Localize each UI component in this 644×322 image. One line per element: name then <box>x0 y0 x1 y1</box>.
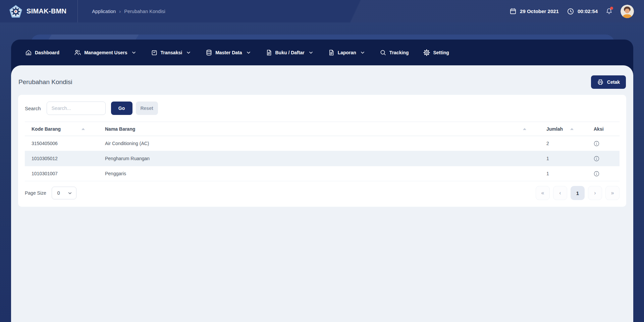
nav-label: Master Data <box>215 50 242 55</box>
column-label: Jumlah <box>546 126 563 132</box>
chevron-down-icon <box>68 191 72 195</box>
nav-item-setting[interactable]: Setting <box>423 48 449 58</box>
search-row: Search Go Reset <box>25 102 620 115</box>
cell-aksi <box>587 166 620 181</box>
table-row: 1010301007 Penggaris 1 <box>25 166 620 181</box>
page-size-value: 0 <box>57 190 60 196</box>
nav-item-transaksi[interactable]: Transaksi <box>151 48 191 58</box>
reset-button[interactable]: Reset <box>136 102 158 115</box>
go-button[interactable]: Go <box>111 102 132 115</box>
home-icon <box>25 49 32 56</box>
breadcrumb-separator-icon: › <box>119 8 121 14</box>
notifications-button[interactable] <box>606 8 612 15</box>
chevron-down-icon <box>309 50 313 55</box>
header-divider <box>77 0 78 22</box>
file-text-icon <box>328 49 335 56</box>
file-text-icon <box>266 49 272 56</box>
database-icon <box>206 49 212 56</box>
data-table: Kode Barang Nama Barang Jumlah Aksi <box>25 122 620 181</box>
page-size-select[interactable]: 0 <box>52 187 76 199</box>
column-label: Kode Barang <box>32 126 61 132</box>
app-title: SIMAK-BMN <box>26 7 66 15</box>
column-header-aksi: Aksi <box>587 122 620 136</box>
cell-aksi <box>587 136 620 151</box>
chevron-down-icon <box>246 50 251 55</box>
breadcrumb: Application › Perubahan Kondisi <box>92 8 165 14</box>
nav-item-dashboard[interactable]: Dashboard <box>25 48 59 58</box>
column-label: Aksi <box>594 126 604 132</box>
cell-jumlah: 1 <box>540 166 587 181</box>
page-size-label: Page Size <box>25 190 46 196</box>
print-button[interactable]: Cetak <box>591 75 626 89</box>
top-header-bar: SIMAK-BMN Application › Perubahan Kondis… <box>0 0 644 22</box>
pagination-prev-button[interactable]: ‹ <box>553 186 567 200</box>
sort-asc-icon[interactable] <box>523 128 526 130</box>
user-avatar[interactable] <box>621 5 634 18</box>
cell-kode-barang: 1010305012 <box>25 151 98 166</box>
gear-icon <box>423 49 430 56</box>
search-input[interactable] <box>47 102 106 115</box>
print-button-label: Cetak <box>607 79 620 85</box>
nav-label: Tracking <box>389 50 409 55</box>
nav-label: Laporan <box>338 50 356 55</box>
header-right-cluster: 29 October 2021 00:02:54 <box>509 5 634 18</box>
info-icon <box>594 156 599 162</box>
nav-item-tracking[interactable]: Tracking <box>380 48 409 58</box>
nav-item-buku-daftar[interactable]: Buku / Daftar <box>266 48 313 58</box>
detail-info-button[interactable] <box>594 141 599 146</box>
nav-item-management-users[interactable]: Management Users <box>74 48 136 58</box>
brand: SIMAK-BMN <box>9 5 66 18</box>
app-logo-icon <box>9 5 22 18</box>
users-icon <box>74 49 81 56</box>
nav-label: Dashboard <box>35 50 59 55</box>
search-icon <box>380 49 386 56</box>
nav-label: Transaksi <box>161 50 182 55</box>
table-row: 1010305012 Pengharum Ruangan 1 <box>25 151 620 166</box>
nav-item-master-data[interactable]: Master Data <box>206 48 251 58</box>
info-icon <box>594 141 599 146</box>
header-clock: 00:02:54 <box>567 8 598 15</box>
page-title: Perubahan Kondisi <box>18 78 72 86</box>
table-panel: Search Go Reset Kode Barang Nama Barang <box>18 95 626 207</box>
bag-check-icon <box>151 49 158 56</box>
cell-nama-barang: Pengharum Ruangan <box>98 151 540 166</box>
nav-label: Buku / Daftar <box>275 50 305 55</box>
cell-kode-barang: 3150405006 <box>25 136 98 151</box>
nav-label: Setting <box>433 50 449 55</box>
header-date-text: 29 October 2021 <box>520 8 559 14</box>
table-footer: Page Size 0 « ‹ 1 › » <box>25 186 620 200</box>
sort-asc-icon[interactable] <box>82 128 85 130</box>
detail-info-button[interactable] <box>594 171 599 177</box>
breadcrumb-current: Perubahan Kondisi <box>124 9 165 14</box>
printer-icon <box>597 79 604 85</box>
column-header-jumlah[interactable]: Jumlah <box>540 122 587 136</box>
column-header-nama-barang[interactable]: Nama Barang <box>98 122 540 136</box>
pagination-next-button[interactable]: › <box>588 186 602 200</box>
column-label: Nama Barang <box>105 126 135 132</box>
page-head: Perubahan Kondisi Cetak <box>11 65 633 89</box>
header-date: 29 October 2021 <box>509 8 559 15</box>
chevron-down-icon <box>131 50 136 55</box>
cell-jumlah: 1 <box>540 151 587 166</box>
column-header-kode-barang[interactable]: Kode Barang <box>25 122 98 136</box>
content-card: Perubahan Kondisi Cetak Search Go Reset <box>11 65 633 322</box>
nav-item-laporan[interactable]: Laporan <box>328 48 365 58</box>
pagination-last-button[interactable]: » <box>605 186 620 200</box>
search-label: Search <box>25 106 41 111</box>
cell-jumlah: 2 <box>540 136 587 151</box>
calendar-icon <box>509 8 517 15</box>
table-header-row: Kode Barang Nama Barang Jumlah Aksi <box>25 122 620 136</box>
detail-info-button[interactable] <box>594 156 599 162</box>
cell-nama-barang: Air Conditioning (AC) <box>98 136 540 151</box>
table-row: 3150405006 Air Conditioning (AC) 2 <box>25 136 620 151</box>
cell-kode-barang: 1010301007 <box>25 166 98 181</box>
cell-aksi <box>587 151 620 166</box>
cell-nama-barang: Penggaris <box>98 166 540 181</box>
chevron-down-icon <box>360 50 365 55</box>
notification-dot <box>610 7 613 10</box>
chevron-down-icon <box>186 50 191 55</box>
breadcrumb-root[interactable]: Application <box>92 9 116 14</box>
pagination-page-1-button[interactable]: 1 <box>571 186 585 200</box>
pagination-first-button[interactable]: « <box>536 186 550 200</box>
sort-asc-icon[interactable] <box>570 128 574 130</box>
